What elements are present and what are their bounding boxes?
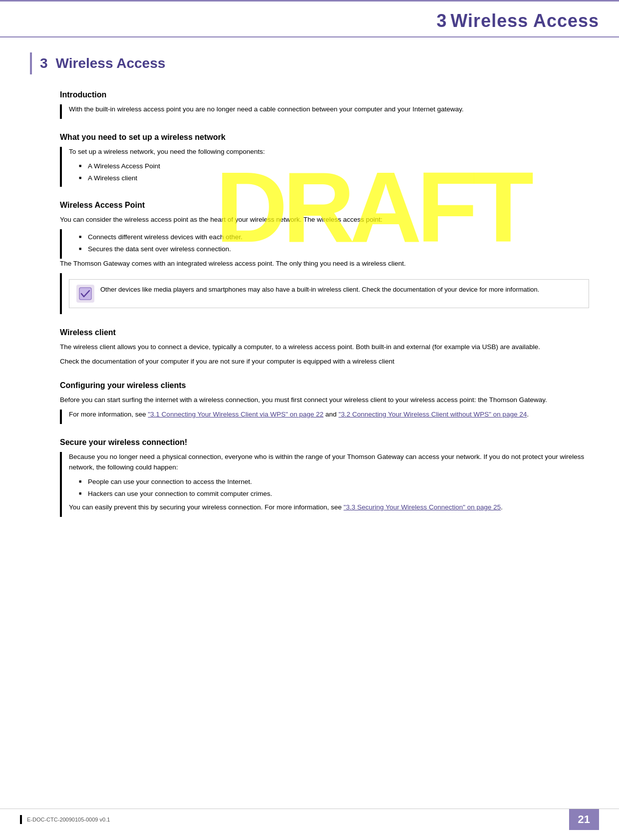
wc-body2: Check the documentation of your computer… [60,357,589,367]
wap-bullets: Connects different wireless devices with… [79,232,243,256]
change-bar-note [60,273,62,314]
note-text: Other devices like media players and sma… [100,285,539,295]
configuring-link2[interactable]: "3.2 Connecting Your Wireless Client wit… [338,411,527,418]
section-introduction: Introduction With the built-in wireless … [30,90,589,119]
list-item: Connects different wireless devices with… [79,232,243,243]
wireless-client-heading: Wireless client [60,328,589,337]
checkmark-icon [78,287,92,301]
page-number: 21 [569,809,599,830]
list-item: A Wireless Access Point [79,161,265,172]
wap-body2: The Thomson Gateway comes with an integr… [60,259,589,269]
what-you-need-list: A Wireless Access Point A Wireless clien… [79,161,265,184]
configuring-body2-suffix: . [527,411,529,418]
secure-bullets: People can use your connection to access… [79,477,589,499]
list-item: People can use your connection to access… [79,477,589,487]
secure-body2-suffix: . [501,503,503,511]
what-you-need-body: To set up a wireless network, you need t… [69,147,265,157]
wireless-access-point-heading: Wireless Access Point [60,201,589,210]
section-wireless-access-point: Wireless Access Point You can consider t… [30,201,589,315]
page-header: 3 Wireless Access [0,1,619,37]
secure-body2: You can easily prevent this by securing … [69,502,589,513]
what-you-need-heading: What you need to set up a wireless netwo… [60,133,589,142]
introduction-heading: Introduction [60,90,589,99]
page-footer: E-DOC-CTC-20090105-0009 v0.1 21 [0,809,619,830]
main-content: 3 Wireless Access Introduction With the … [0,37,619,557]
list-item: A Wireless client [79,173,265,184]
footer-doc-id: E-DOC-CTC-20090105-0009 v0.1 [27,817,110,823]
change-bar-wap [60,229,62,259]
change-bar-secure [60,452,62,517]
list-item: Hackers can use your connection to commi… [79,489,589,499]
secure-heading: Secure your wireless connection! [60,438,589,447]
configuring-body2-prefix: For more information, see [69,411,148,418]
change-bar-intro [60,104,62,119]
footer-change-bar [20,815,22,824]
configuring-heading: Configuring your wireless clients [60,381,589,390]
secure-link[interactable]: "3.3 Securing Your Wireless Connection" … [343,503,501,511]
chapter-number: 3 [40,55,48,71]
configuring-link1[interactable]: "3.1 Connecting Your Wireless Client via… [148,411,323,418]
introduction-body: With the built-in wireless access point … [69,104,464,115]
chapter-bar [30,52,32,74]
secure-body2-prefix: You can easily prevent this by securing … [69,503,343,511]
wc-body1: The wireless client allows you to connec… [60,342,589,353]
section-wireless-client: Wireless client The wireless client allo… [30,328,589,367]
configuring-body2: For more information, see "3.1 Connectin… [69,410,529,420]
section-configuring: Configuring your wireless clients Before… [30,381,589,424]
wap-body1: You can consider the wireless access poi… [60,215,589,225]
section-secure: Secure your wireless connection! Because… [30,438,589,517]
header-chapter-num: 3 [436,10,446,31]
note-box: Other devices like media players and sma… [69,279,589,308]
note-icon [76,285,94,303]
change-bar-configuring [60,410,62,424]
header-title: Wireless Access [450,10,599,31]
note-icon-inner [76,285,94,303]
list-item: Secures the data sent over wireless conn… [79,244,243,255]
chapter-title: Wireless Access [56,55,166,71]
secure-body1: Because you no longer need a physical co… [69,452,589,473]
configuring-body1: Before you can start surfing the interne… [60,395,589,406]
configuring-body2-mid: and [323,411,338,418]
section-what-you-need: What you need to set up a wireless netwo… [30,133,589,187]
change-bar-what [60,147,62,187]
